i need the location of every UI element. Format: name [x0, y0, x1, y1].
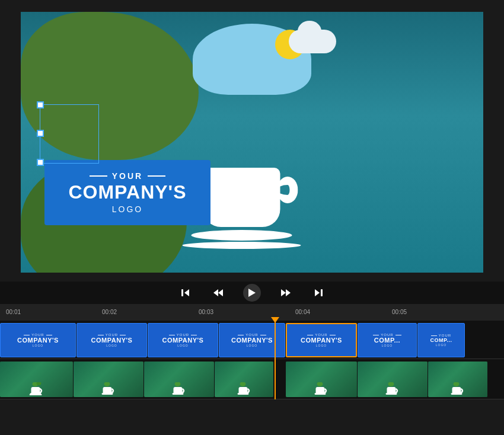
logo-logo-text: LOGO — [112, 204, 143, 214]
playhead-video — [275, 359, 276, 399]
logo-clip-3[interactable]: YOUR COMPANY'S LOGO — [148, 323, 218, 357]
selection-handle-tl[interactable] — [37, 101, 44, 108]
logo-overlay: YOUR COMPANY'S LOGO — [44, 160, 210, 225]
ruler-mark-3: 00:03 — [199, 309, 213, 315]
cloud-decoration — [289, 30, 336, 53]
logo-your-text: YOUR — [112, 171, 143, 181]
track-logo: YOUR COMPANY'S LOGO YOUR COMPANY'S LOGO … — [0, 321, 504, 359]
ruler-mark-5: 00:05 — [392, 309, 407, 315]
video-preview: YOUR COMPANY'S LOGO — [21, 12, 483, 273]
svg-rect-15 — [102, 393, 113, 395]
svg-rect-11 — [29, 394, 42, 395]
svg-marker-6 — [286, 289, 291, 296]
skip-forward-button[interactable] — [311, 286, 325, 300]
svg-point-31 — [454, 382, 460, 386]
svg-point-22 — [240, 382, 245, 386]
play-button[interactable] — [243, 284, 261, 302]
teacup-handle — [277, 177, 298, 203]
skip-back-button[interactable] — [179, 286, 193, 300]
teacup-saucer — [192, 230, 292, 241]
ruler-mark-4: 00:04 — [295, 309, 310, 315]
teacup — [203, 168, 301, 249]
svg-rect-24 — [315, 393, 326, 395]
playhead-logo — [275, 321, 276, 359]
logo-clip-5-selected[interactable]: YOUR COMPANY'S LOGO — [286, 323, 357, 357]
svg-marker-5 — [281, 289, 286, 296]
svg-marker-2 — [213, 289, 218, 296]
ruler-mark-1: 00:01 — [6, 309, 21, 315]
video-clip-7[interactable] — [428, 362, 487, 397]
selection-handle-ml[interactable] — [37, 130, 44, 137]
fast-forward-button[interactable] — [279, 286, 293, 300]
track-video — [0, 359, 504, 399]
rewind-button[interactable] — [211, 286, 225, 300]
svg-point-28 — [388, 382, 394, 386]
svg-rect-27 — [386, 393, 397, 395]
logo-clip-6[interactable]: YOUR COMP... LOGO — [358, 323, 417, 357]
svg-point-16 — [104, 382, 110, 386]
logo-line-left — [90, 175, 107, 177]
svg-marker-1 — [184, 289, 189, 296]
timeline-tracks: YOUR COMPANY'S LOGO YOUR COMPANY'S LOGO … — [0, 321, 504, 435]
svg-marker-4 — [248, 289, 256, 297]
logo-clip-2[interactable]: YOUR COMPANY'S LOGO — [76, 323, 147, 357]
svg-point-19 — [175, 382, 181, 386]
ruler-mark-2: 00:02 — [102, 309, 117, 315]
video-clip-3[interactable] — [144, 362, 214, 397]
video-clip-6[interactable] — [358, 362, 428, 397]
logo-clip-7[interactable]: YOUR COMP... LOGO — [417, 323, 465, 357]
video-clip-5[interactable] — [286, 362, 357, 397]
selection-handle-bl[interactable] — [37, 159, 44, 166]
svg-rect-21 — [237, 393, 248, 395]
green-layer-1 — [21, 12, 199, 160]
video-clip-4[interactable] — [215, 362, 273, 397]
logo-company-text: COMPANY'S — [68, 182, 186, 203]
svg-rect-0 — [181, 289, 183, 296]
video-clip-1[interactable] — [0, 362, 73, 397]
video-clip-2[interactable] — [74, 362, 143, 397]
svg-point-25 — [317, 382, 323, 386]
svg-marker-3 — [218, 289, 223, 296]
teacup-plate — [183, 242, 301, 249]
playback-controls — [0, 282, 504, 304]
svg-marker-8 — [315, 289, 320, 296]
svg-rect-7 — [321, 289, 323, 296]
logo-clip-1[interactable]: YOUR COMPANY'S LOGO — [0, 323, 76, 357]
svg-rect-18 — [173, 393, 184, 395]
timeline-ruler: 00:01 00:02 00:03 00:04 00:05 — [0, 304, 504, 321]
svg-rect-30 — [451, 393, 462, 395]
logo-line-right — [148, 175, 165, 177]
